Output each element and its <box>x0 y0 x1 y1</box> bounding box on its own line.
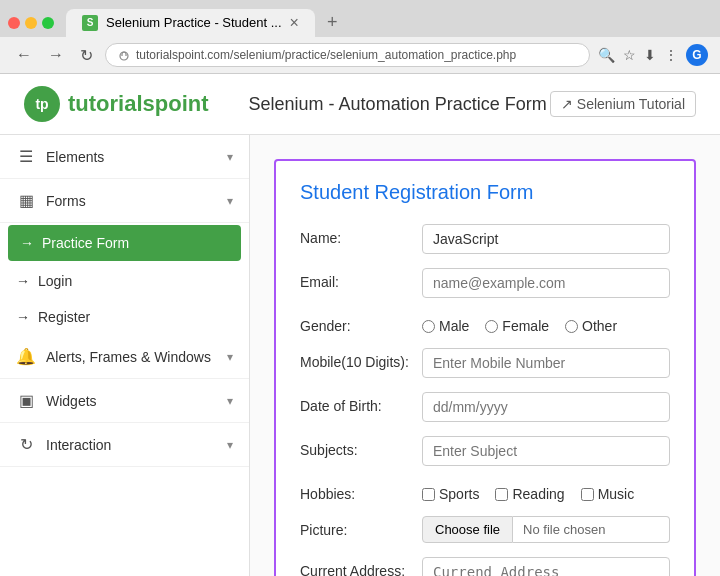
gender-male-option[interactable]: Male <box>422 318 469 334</box>
maximize-button[interactable] <box>42 17 54 29</box>
hamburger-icon: ☰ <box>16 147 36 166</box>
selenium-tutorial-link[interactable]: ↗ Selenium Tutorial <box>550 91 696 117</box>
gender-field-row: Gender: Male Female Other <box>300 312 670 334</box>
hobbies-checkbox-group: Sports Reading Music <box>422 480 634 502</box>
mobile-label: Mobile(10 Digits): <box>300 348 410 370</box>
file-input-row: Choose file No file chosen <box>422 516 670 543</box>
sidebar-item-login[interactable]: → Login <box>0 263 249 299</box>
name-input[interactable] <box>422 224 670 254</box>
file-name-display: No file chosen <box>513 516 670 543</box>
sidebar: ☰ Elements ▾ ▦ Forms ▾ → Practice Form → <box>0 135 250 576</box>
hobbies-sports-option[interactable]: Sports <box>422 486 479 502</box>
back-button[interactable]: ← <box>12 44 36 66</box>
hobbies-reading-option[interactable]: Reading <box>495 486 564 502</box>
chevron-down-icon-interaction: ▾ <box>227 438 233 452</box>
sidebar-label-forms: Forms <box>46 193 86 209</box>
gender-other-option[interactable]: Other <box>565 318 617 334</box>
sidebar-item-register[interactable]: → Register <box>0 299 249 335</box>
email-input[interactable] <box>422 268 670 298</box>
sidebar-item-forms[interactable]: ▦ Forms ▾ <box>0 179 249 223</box>
sidebar-item-practice-form[interactable]: → Practice Form <box>8 225 241 261</box>
close-button[interactable] <box>8 17 20 29</box>
hobbies-sports-label: Sports <box>439 486 479 502</box>
mobile-input[interactable] <box>422 348 670 378</box>
logo: tp tutorialspoint <box>24 86 209 122</box>
picture-field-row: Picture: Choose file No file chosen <box>300 516 670 543</box>
chevron-down-icon-alerts: ▾ <box>227 350 233 364</box>
subjects-input[interactable] <box>422 436 670 466</box>
bookmark-icon[interactable]: ☆ <box>623 47 636 63</box>
main-content: Student Registration Form Name: Email: G… <box>250 135 720 576</box>
address-textarea[interactable] <box>422 557 670 576</box>
arrow-right-icon: → <box>20 235 34 251</box>
logo-name-1: tutorials <box>68 91 155 116</box>
address-bar-row: ← → ↻ tutorialspoint.com/selenium/practi… <box>0 37 720 73</box>
address-field-row: Current Address: <box>300 557 670 576</box>
sidebar-item-alerts[interactable]: 🔔 Alerts, Frames & Windows ▾ <box>0 335 249 379</box>
email-label: Email: <box>300 268 410 290</box>
sidebar-item-widgets[interactable]: ▣ Widgets ▾ <box>0 379 249 423</box>
name-field-row: Name: <box>300 224 670 254</box>
subjects-label: Subjects: <box>300 436 410 458</box>
chevron-down-icon-widgets: ▾ <box>227 394 233 408</box>
dob-input[interactable] <box>422 392 670 422</box>
browser-chrome: S Selenium Practice - Student ... × + ← … <box>0 0 720 74</box>
address-text: tutorialspoint.com/selenium/practice/sel… <box>136 48 516 62</box>
email-field-row: Email: <box>300 268 670 298</box>
chevron-down-icon-forms: ▾ <box>227 194 233 208</box>
hobbies-label: Hobbies: <box>300 480 410 502</box>
bell-icon: 🔔 <box>16 347 36 366</box>
sidebar-item-interaction[interactable]: ↻ Interaction ▾ <box>0 423 249 467</box>
picture-label: Picture: <box>300 516 410 538</box>
form-title: Student Registration Form <box>300 181 670 204</box>
forward-button[interactable]: → <box>44 44 68 66</box>
tab-close-icon[interactable]: × <box>290 15 299 31</box>
choose-file-button[interactable]: Choose file <box>422 516 513 543</box>
gender-male-radio[interactable] <box>422 320 435 333</box>
mobile-field-row: Mobile(10 Digits): <box>300 348 670 378</box>
forms-icon: ▦ <box>16 191 36 210</box>
lock-icon <box>118 49 130 61</box>
chevron-down-icon: ▾ <box>227 150 233 164</box>
download-icon[interactable]: ⬇ <box>644 47 656 63</box>
gender-female-option[interactable]: Female <box>485 318 549 334</box>
sidebar-label-login: Login <box>38 273 72 289</box>
profile-icon[interactable]: G <box>686 44 708 66</box>
tab-bar: S Selenium Practice - Student ... × + <box>0 0 720 37</box>
dob-label: Date of Birth: <box>300 392 410 414</box>
traffic-lights <box>8 17 54 29</box>
page: tp tutorialspoint Selenium - Automation … <box>0 74 720 576</box>
hobbies-music-label: Music <box>598 486 635 502</box>
gender-other-radio[interactable] <box>565 320 578 333</box>
hobbies-music-option[interactable]: Music <box>581 486 635 502</box>
menu-icon[interactable]: ⋮ <box>664 47 678 63</box>
widgets-icon: ▣ <box>16 391 36 410</box>
hobbies-field-row: Hobbies: Sports Reading Music <box>300 480 670 502</box>
sidebar-label-widgets: Widgets <box>46 393 97 409</box>
subjects-field-row: Subjects: <box>300 436 670 466</box>
site-header: tp tutorialspoint Selenium - Automation … <box>0 74 720 135</box>
site-title: Selenium - Automation Practice Form <box>249 94 547 115</box>
hobbies-music-checkbox[interactable] <box>581 488 594 501</box>
new-tab-button[interactable]: + <box>319 8 346 37</box>
gender-male-label: Male <box>439 318 469 334</box>
address-bar[interactable]: tutorialspoint.com/selenium/practice/sel… <box>105 43 590 67</box>
refresh-button[interactable]: ↻ <box>76 44 97 67</box>
dob-field-row: Date of Birth: <box>300 392 670 422</box>
sidebar-label-elements: Elements <box>46 149 104 165</box>
registration-form: Student Registration Form Name: Email: G… <box>274 159 696 576</box>
active-tab[interactable]: S Selenium Practice - Student ... × <box>66 9 315 37</box>
logo-icon: tp <box>24 86 60 122</box>
sidebar-label-interaction: Interaction <box>46 437 111 453</box>
hobbies-reading-checkbox[interactable] <box>495 488 508 501</box>
gender-radio-group: Male Female Other <box>422 312 617 334</box>
minimize-button[interactable] <box>25 17 37 29</box>
gender-label: Gender: <box>300 312 410 334</box>
hobbies-reading-label: Reading <box>512 486 564 502</box>
gender-female-radio[interactable] <box>485 320 498 333</box>
search-icon[interactable]: 🔍 <box>598 47 615 63</box>
arrow-right-icon-login: → <box>16 273 30 289</box>
logo-name-2: point <box>155 91 209 116</box>
hobbies-sports-checkbox[interactable] <box>422 488 435 501</box>
sidebar-item-elements[interactable]: ☰ Elements ▾ <box>0 135 249 179</box>
